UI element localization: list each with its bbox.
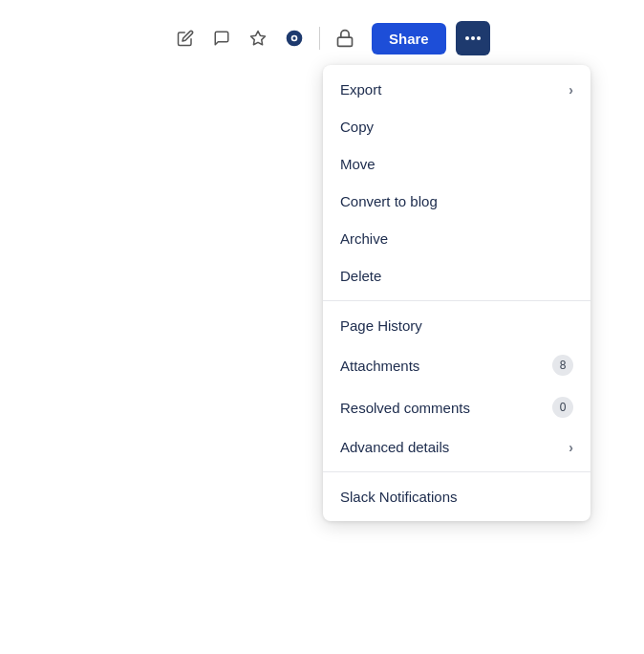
toolbar: Share [153,10,634,67]
menu-item-slack-notifications[interactable]: Slack Notifications [323,478,590,515]
menu-item-move[interactable]: Move [323,145,590,183]
menu-item-advanced-details[interactable]: Advanced details › [323,428,590,466]
share-button[interactable]: Share [372,23,446,54]
svg-marker-0 [251,32,266,45]
menu-item-export[interactable]: Export › [323,71,590,108]
watch-icon[interactable] [281,25,308,52]
toolbar-separator [319,27,320,50]
resolved-comments-right: 0 [552,397,573,418]
advanced-details-chevron-icon: › [569,440,573,455]
export-right: › [569,82,573,98]
resolved-comments-badge: 0 [552,397,573,418]
dropdown-menu: Export › Copy Move Convert to blog Archi… [323,65,590,521]
menu-section-actions: Export › Copy Move Convert to blog Archi… [323,65,590,300]
more-options-button[interactable] [456,21,490,55]
menu-item-convert-to-blog[interactable]: Convert to blog [323,183,590,220]
advanced-details-right: › [569,440,573,455]
menu-item-attachments[interactable]: Attachments 8 [323,344,590,386]
menu-item-copy[interactable]: Copy [323,108,590,145]
menu-item-page-history[interactable]: Page History [323,307,590,344]
ellipsis-icon [465,36,481,40]
attachments-right: 8 [552,355,573,376]
comment-icon[interactable] [208,25,235,52]
menu-item-archive[interactable]: Archive [323,220,590,257]
menu-item-delete[interactable]: Delete [323,257,590,294]
menu-item-resolved-comments[interactable]: Resolved comments 0 [323,386,590,428]
menu-section-page: Page History Attachments 8 Resolved comm… [323,300,590,471]
menu-section-integrations: Slack Notifications [323,471,590,521]
svg-rect-4 [338,37,353,46]
edit-icon[interactable] [172,25,199,52]
restriction-icon[interactable] [332,25,358,52]
attachments-badge: 8 [552,355,573,376]
star-icon[interactable] [245,25,271,52]
export-chevron-icon: › [569,82,573,98]
svg-point-3 [292,36,295,39]
